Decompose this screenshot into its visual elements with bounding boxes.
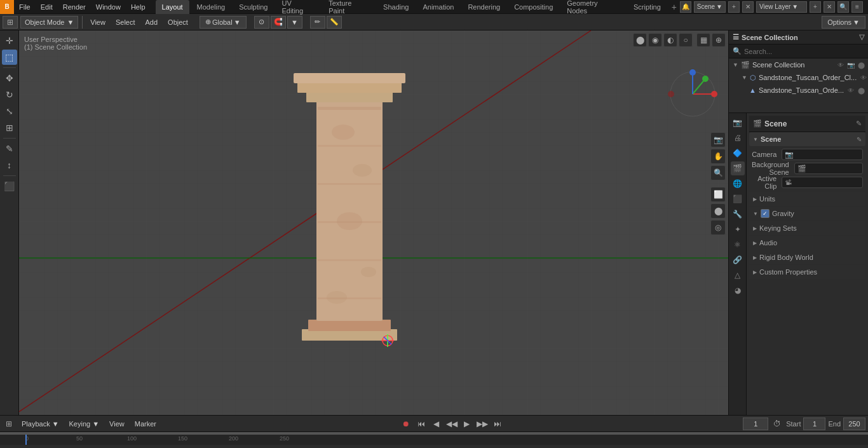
tab-shading[interactable]: Shading <box>377 0 415 14</box>
gizmo-toggle-btn[interactable]: ⊕ <box>712 33 726 47</box>
marker-menu[interactable]: Marker <box>131 417 160 430</box>
engine-select[interactable]: Scene ▼ <box>694 1 726 13</box>
edit-icon[interactable]: ✎ <box>856 119 862 128</box>
frame-options-icon[interactable]: ⏱ <box>771 417 783 430</box>
outliner-search-input[interactable] <box>744 48 864 55</box>
notifications-icon[interactable]: 🔔 <box>680 1 691 13</box>
measure-btn[interactable]: 📏 <box>327 16 342 29</box>
active-clip-value[interactable]: 📽 <box>782 177 863 188</box>
gravity-section[interactable]: ▼ ✓ Gravity <box>749 207 865 221</box>
material-btn[interactable]: ◕ <box>731 283 745 297</box>
play-btn[interactable]: ▶ <box>461 417 473 430</box>
add-menu[interactable]: Add <box>142 16 162 29</box>
scrollbar-thumb[interactable] <box>0 432 868 435</box>
render-props-btn[interactable]: 📷 <box>731 116 745 130</box>
overlay-toggle-btn[interactable]: ▦ <box>696 33 710 47</box>
shading-solid-btn[interactable]: ⬤ <box>633 33 647 47</box>
search-global-icon[interactable]: 🔍 <box>837 1 849 13</box>
start-frame-input[interactable] <box>803 417 825 430</box>
editor-type-icon[interactable]: ⊞ <box>3 417 15 430</box>
tab-layout[interactable]: Layout <box>156 0 189 14</box>
editor-type-icon[interactable]: ⊞ <box>3 16 18 29</box>
menu-window[interactable]: Window <box>91 0 126 14</box>
background-scene-value[interactable]: 🎬 <box>794 163 863 174</box>
shading-material-btn[interactable]: ◉ <box>648 33 662 47</box>
menu-help[interactable]: Help <box>126 0 151 14</box>
filter-icon[interactable]: ≡ <box>851 1 863 13</box>
snap-btn[interactable]: 🧲 <box>271 16 286 29</box>
cursor-tool[interactable]: ✛ <box>2 33 17 48</box>
camera-view-btn[interactable]: 📷 <box>710 132 726 147</box>
keying-menu[interactable]: Keying ▼ <box>65 417 104 430</box>
add-cube-tool[interactable]: ⬛ <box>2 179 17 194</box>
world-props-btn[interactable]: 🌐 <box>731 177 745 191</box>
menu-file[interactable]: File <box>14 0 36 14</box>
transform-global-select[interactable]: ⊕ Global ▼ <box>200 16 247 29</box>
tab-sculpting[interactable]: Sculpting <box>233 0 274 14</box>
skip-end-btn[interactable]: ⏭ <box>491 417 504 430</box>
rewind-btn[interactable]: ◀◀ <box>445 417 458 430</box>
outliner-filter-icon[interactable]: ▽ <box>859 33 864 41</box>
modifier-props-btn[interactable]: 🔧 <box>731 207 745 221</box>
view-menu[interactable]: View <box>86 16 109 29</box>
transform-tool[interactable]: ⊞ <box>2 120 17 135</box>
audio-section[interactable]: ▶ Audio <box>749 236 865 250</box>
view-layer-props-btn[interactable]: 🔷 <box>731 146 745 160</box>
custom-props-section[interactable]: ▶ Custom Properties <box>749 265 865 279</box>
options-button[interactable]: Options ▼ <box>822 16 865 29</box>
annotate-tool[interactable]: ✎ <box>2 141 17 156</box>
camera-value[interactable]: 📷 <box>782 149 863 160</box>
tab-texture-paint[interactable]: Texture Paint <box>322 0 376 14</box>
view-layer-delete-icon[interactable]: ✕ <box>824 1 835 13</box>
eye-icon[interactable]: 👁 <box>846 87 855 94</box>
select-menu[interactable]: Select <box>112 16 139 29</box>
render-icon[interactable]: ⬤ <box>857 62 865 69</box>
playback-menu[interactable]: Playback ▼ <box>18 417 63 430</box>
menu-render[interactable]: Render <box>58 0 91 14</box>
gravity-checkbox[interactable]: ✓ <box>761 209 770 218</box>
ff-btn[interactable]: ▶▶ <box>476 417 489 430</box>
move-tool[interactable]: ✥ <box>2 71 17 86</box>
output-props-btn[interactable]: 🖨 <box>731 131 745 145</box>
scene-new-icon[interactable]: + <box>728 1 740 13</box>
keying-sets-section[interactable]: ▶ Keying Sets <box>749 221 865 235</box>
outliner-item-mesh-parent[interactable]: ▼ ⬡ Sandstone_Tuscan_Order_Cl... 👁 ⬤ <box>729 71 868 84</box>
scale-tool[interactable]: ⤡ <box>2 104 17 119</box>
camera-icon[interactable]: 📷 <box>846 62 855 69</box>
eye-icon[interactable]: 👁 <box>859 74 868 81</box>
render-display-btn[interactable]: ⬜ <box>710 187 726 202</box>
scene-props-btn[interactable]: 🎬 <box>731 161 745 175</box>
tab-animation[interactable]: Animation <box>416 0 460 14</box>
current-frame-input[interactable]: 1 <box>743 417 768 430</box>
add-workspace-button[interactable]: + <box>668 1 680 13</box>
tab-uv-editing[interactable]: UV Editing <box>275 0 321 14</box>
measure-tool[interactable]: ↕ <box>2 158 17 173</box>
xray-btn[interactable]: ◎ <box>710 220 726 235</box>
outliner-item-scene-collection[interactable]: ▼ 🎬 Scene Collection 👁 📷 ⬤ <box>729 58 868 71</box>
viewport-gizmo[interactable] <box>667 69 718 119</box>
record-btn[interactable]: ⏺ <box>400 417 412 430</box>
constraints-btn[interactable]: 🔗 <box>731 253 745 267</box>
tab-modeling[interactable]: Modeling <box>191 0 232 14</box>
menu-edit[interactable]: Edit <box>36 0 58 14</box>
overlay-btn[interactable]: ⬤ <box>710 203 726 219</box>
object-menu[interactable]: Object <box>164 16 192 29</box>
view-menu-timeline[interactable]: View <box>105 417 128 430</box>
render-icon[interactable]: ⬤ <box>857 87 865 94</box>
proportional-edit-btn[interactable]: ⊙ <box>254 16 269 29</box>
scene-edit-icon[interactable]: ✎ <box>857 136 862 143</box>
rotate-tool[interactable]: ↻ <box>2 87 17 102</box>
shading-rendered-btn[interactable]: ◐ <box>663 33 677 47</box>
outliner-item-mesh-child[interactable]: ▲ Sandstone_Tuscan_Orde... 👁 ⬤ <box>729 84 868 97</box>
viewport-3d[interactable]: User Perspective (1) Scene Collection <box>19 31 728 415</box>
tab-scripting[interactable]: Scripting <box>627 0 667 14</box>
scene-section-header[interactable]: ▼ Scene ✎ <box>749 132 865 146</box>
view-layer-select[interactable]: View Layer ▼ <box>756 1 807 13</box>
scene-delete-icon[interactable]: ✕ <box>742 1 754 13</box>
object-props-btn[interactable]: ⬛ <box>731 192 745 206</box>
units-section[interactable]: ▶ Units <box>749 192 865 206</box>
skip-start-btn[interactable]: ⏮ <box>415 417 428 430</box>
tab-geometry-nodes[interactable]: Geometry Nodes <box>560 0 626 14</box>
prev-frame-btn[interactable]: ◀ <box>430 417 443 430</box>
rigid-body-section[interactable]: ▶ Rigid Body World <box>749 250 865 264</box>
